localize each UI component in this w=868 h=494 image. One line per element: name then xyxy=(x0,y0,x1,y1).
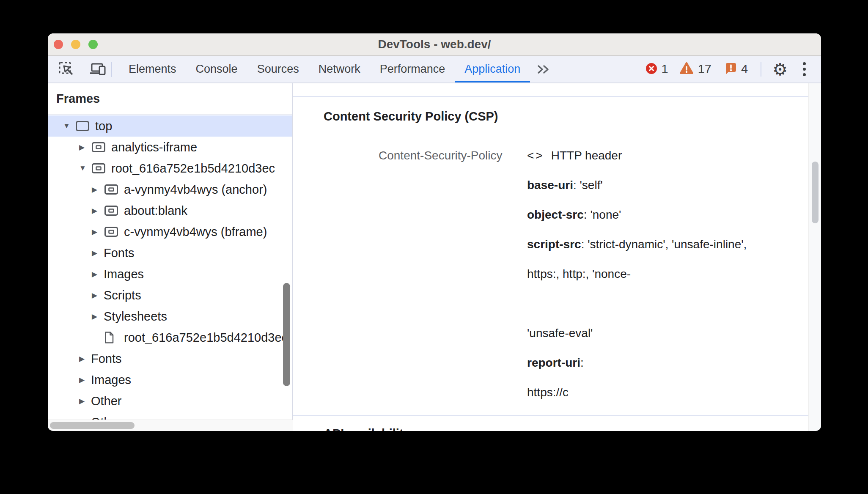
tree-item-label: Stylesheets xyxy=(104,310,167,324)
tree-item-label: Other xyxy=(91,394,122,408)
tree-item-label: Images xyxy=(104,267,144,281)
csp-directive-line: object-src: 'none' xyxy=(527,200,808,230)
disclosure-triangle-icon[interactable]: ▶ xyxy=(79,376,91,384)
frames-panel-title: Frames xyxy=(48,83,292,115)
console-errors-badge[interactable]: 1 xyxy=(646,62,668,76)
disclosure-triangle-icon[interactable]: ▶ xyxy=(79,354,91,363)
sidebar-vertical-scrollbar-thumb[interactable] xyxy=(283,283,290,386)
tab-performance[interactable]: Performance xyxy=(370,56,455,82)
toggle-device-toolbar-button[interactable] xyxy=(87,56,109,82)
tree-item-label: analytics-iframe xyxy=(111,140,197,154)
toolbar-separator xyxy=(111,62,112,77)
csp-directive-line: base-uri: 'self' xyxy=(527,170,808,200)
toolbar-right-cluster: 1 17 xyxy=(646,56,821,82)
tree-item-label: root_616a752e1b5d4210d3ec xyxy=(111,162,275,176)
csp-text-segment: script-src xyxy=(527,238,581,251)
csp-source-label: HTTP header xyxy=(551,149,622,162)
tree-item-analytics-iframe[interactable]: ▶analytics-iframe xyxy=(48,137,292,158)
api-availability-section-title: API availability xyxy=(324,427,410,431)
console-warnings-badge[interactable]: 17 xyxy=(679,62,711,77)
issue-icon xyxy=(724,62,737,77)
frames-panel: Frames ▼top▶analytics-iframe▼root_616a75… xyxy=(48,83,293,420)
csp-text-segment: : 'self' xyxy=(573,178,603,192)
iframe-icon xyxy=(104,205,124,217)
csp-text-segment: report-uri xyxy=(527,356,580,370)
csp-text-segment: : 'none' xyxy=(584,208,621,222)
tab-console[interactable]: Console xyxy=(186,56,247,82)
tree-item-label: about:blank xyxy=(124,204,187,218)
csp-directive-line: 'unsafe-eval' xyxy=(527,318,808,348)
csp-directive-line xyxy=(527,289,808,318)
csp-directive-line: report-uri: xyxy=(527,348,808,378)
settings-gear-icon[interactable]: ⚙ xyxy=(772,61,788,78)
section-divider xyxy=(293,96,808,97)
sidebar-horizontal-scrollbar[interactable] xyxy=(48,420,293,431)
tab-network[interactable]: Network xyxy=(309,56,370,82)
tree-item-label: Other xyxy=(91,415,122,420)
tree-item-scripts[interactable]: ▶Scripts xyxy=(48,285,292,306)
tree-item-label: Images xyxy=(91,373,131,387)
csp-text-segment: c xyxy=(563,386,568,399)
csp-policy-source: <> HTTP header xyxy=(527,141,622,170)
disclosure-triangle-icon[interactable]: ▶ xyxy=(92,249,104,258)
tree-item-root-616a752e1b5d4210d3ec[interactable]: ▼root_616a752e1b5d4210d3ec xyxy=(48,158,292,179)
tree-item-about-blank[interactable]: ▶about:blank xyxy=(48,200,292,221)
csp-text-segment: 'unsafe-eval' xyxy=(527,327,593,340)
disclosure-triangle-icon[interactable]: ▶ xyxy=(92,185,104,194)
disclosure-triangle-icon[interactable]: ▶ xyxy=(92,291,104,300)
tree-item-label: root_616a752e1b5d4210d3ec xyxy=(124,331,288,345)
tree-item-other[interactable]: ▶Other xyxy=(48,390,292,412)
tree-item-fonts[interactable]: ▶Fonts xyxy=(48,348,292,369)
disclosure-triangle-icon[interactable]: ▶ xyxy=(92,312,104,321)
tree-item-stylesheets[interactable]: ▶Stylesheets xyxy=(48,306,292,327)
tree-item-a-vynmy4vb4wys-anchor-[interactable]: ▶a-vynmy4vb4wys (anchor) xyxy=(48,179,292,200)
disclosure-triangle-icon[interactable]: ▼ xyxy=(63,122,75,130)
more-tabs-chevron-icon[interactable] xyxy=(530,56,556,82)
csp-text-segment: object-src xyxy=(527,208,584,222)
disclosure-triangle-icon[interactable]: ▼ xyxy=(79,164,91,173)
csp-directive-line: https://c xyxy=(527,378,808,407)
csp-directive-line: https:, http:, 'nonce- xyxy=(527,259,808,289)
devtools-toolbar: ElementsConsoleSourcesNetworkPerformance… xyxy=(48,56,821,83)
tab-sources[interactable]: Sources xyxy=(247,56,309,82)
inspect-element-button[interactable] xyxy=(55,56,77,82)
tree-item-fonts[interactable]: ▶Fonts xyxy=(48,242,292,263)
tree-item-label: a-vynmy4vb4wys (anchor) xyxy=(124,183,267,197)
tree-item-label: top xyxy=(95,119,112,133)
csp-directive-line: script-src: 'strict-dynamic', 'unsafe-in… xyxy=(527,230,808,259)
sidebar-horizontal-scrollbar-thumb[interactable] xyxy=(50,422,135,429)
iframe-icon xyxy=(91,162,111,174)
devtools-window: DevTools - web.dev/ ElementsConso xyxy=(48,33,821,431)
disclosure-triangle-icon[interactable]: ▶ xyxy=(92,206,104,215)
device-toolbar-icon xyxy=(89,61,106,78)
more-options-kebab-icon[interactable] xyxy=(800,60,808,78)
panel-tabs: ElementsConsoleSourcesNetworkPerformance… xyxy=(119,56,556,82)
iframe-icon xyxy=(104,184,124,195)
frame-icon xyxy=(75,120,95,132)
titlebar: DevTools - web.dev/ xyxy=(48,33,821,56)
tree-item-other[interactable]: ▶Other xyxy=(48,412,292,420)
tab-elements[interactable]: Elements xyxy=(119,56,186,82)
frame-details-view: Content Security Policy (CSP) Content-Se… xyxy=(293,83,808,431)
tree-item-top[interactable]: ▼top xyxy=(48,115,292,137)
frames-tree: ▼top▶analytics-iframe▼root_616a752e1b5d4… xyxy=(48,115,292,420)
iframe-icon xyxy=(104,226,124,238)
main-vertical-scrollbar[interactable] xyxy=(808,83,821,431)
csp-section-title: Content Security Policy (CSP) xyxy=(324,110,498,124)
csp-text-segment: : 'strict-dynamic', 'unsafe-inline', xyxy=(581,238,747,251)
issues-badge[interactable]: 4 xyxy=(724,62,748,77)
disclosure-triangle-icon[interactable]: ▶ xyxy=(79,143,91,152)
tree-item-c-vynmy4vb4wys-bframe-[interactable]: ▶c-vynmy4vb4wys (bframe) xyxy=(48,221,292,242)
tree-item-images[interactable]: ▶Images xyxy=(48,369,292,390)
tab-application[interactable]: Application xyxy=(455,56,530,82)
disclosure-triangle-icon[interactable]: ▶ xyxy=(79,397,91,406)
tree-item-images[interactable]: ▶Images xyxy=(48,263,292,285)
main-vertical-scrollbar-thumb[interactable] xyxy=(812,162,819,223)
disclosure-triangle-icon[interactable]: ▶ xyxy=(92,270,104,279)
window-title: DevTools - web.dev/ xyxy=(48,33,821,55)
disclosure-triangle-icon[interactable]: ▶ xyxy=(92,228,104,236)
tree-item-root-616a752e1b5d4210d3ec[interactable]: root_616a752e1b5d4210d3ec xyxy=(48,327,292,348)
csp-directives: base-uri: 'self'object-src: 'none'script… xyxy=(527,170,808,407)
code-brackets-icon: <> xyxy=(527,149,544,162)
issue-count: 4 xyxy=(741,62,748,76)
